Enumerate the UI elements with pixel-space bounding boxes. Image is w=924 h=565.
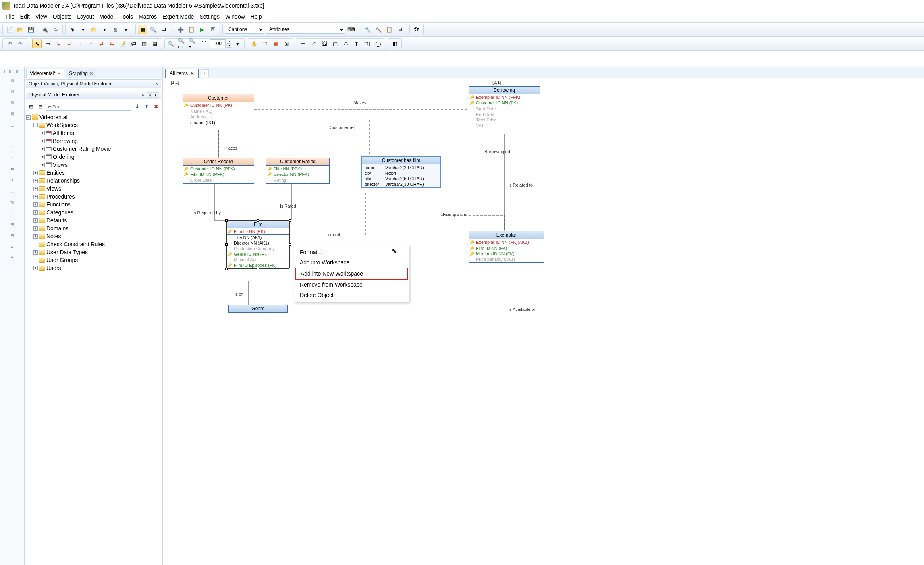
pan-tool[interactable]: ✋ — [249, 39, 259, 48]
menu-settings[interactable]: Settings — [199, 13, 220, 20]
export-button[interactable]: ⇱ — [208, 25, 218, 34]
note-tool[interactable]: 📝 — [118, 39, 127, 48]
layout-tool[interactable]: ⇲ — [282, 39, 291, 48]
redo-button[interactable]: ↷ — [15, 39, 25, 48]
shape-box-button[interactable]: ▢ — [330, 39, 340, 48]
menu-tools[interactable]: Tools — [120, 13, 133, 20]
dropdown-icon[interactable]: ▾ — [100, 25, 109, 34]
dropdown-icon[interactable]: ▾ — [121, 25, 131, 34]
remove-button[interactable]: 📋 — [187, 25, 196, 34]
menu-layout[interactable]: Layout — [77, 13, 94, 20]
shape-conn-button[interactable]: ⬀ — [309, 39, 318, 48]
connect-button[interactable]: 🔌 — [40, 25, 50, 34]
menubar: File Edit View Objects Layout Model Tool… — [0, 11, 924, 22]
open-button[interactable]: 📂 — [15, 25, 25, 34]
extra-tool-button[interactable]: ◧ — [390, 39, 399, 48]
menu-expert-mode[interactable]: Expert Mode — [162, 13, 194, 20]
save-button[interactable]: 💾 — [26, 25, 36, 34]
rel-tool-5[interactable]: ⇄ — [96, 39, 106, 48]
highlight-tool[interactable]: ▣ — [271, 39, 280, 48]
zoom-in-button[interactable]: 🔍+ — [188, 39, 198, 48]
select-area-tool[interactable]: ⬚ — [260, 39, 270, 48]
pointer-tool[interactable]: ⬉ — [32, 39, 42, 48]
menu-file[interactable]: File — [6, 13, 15, 20]
shape-circle-button[interactable]: ◯ — [373, 39, 383, 48]
swim-tool[interactable]: ▥ — [139, 39, 149, 48]
toolbar-row-1: 📄 📂 💾 🔌 🗂 ⊕ ▾ 📁 ▾ ⎘ ▾ ▦ 🔍 ⇉ ➕ 📋 ▶ ⇱ Capt… — [0, 22, 924, 37]
shape-img-button[interactable]: 🖼 — [320, 39, 329, 48]
rel-tool-2[interactable]: ↲ — [64, 39, 74, 48]
add-folder-button[interactable]: 📁 — [89, 25, 98, 34]
new-button[interactable]: 📄 — [5, 25, 14, 34]
captions-select[interactable]: Captions — [225, 25, 264, 34]
entity-tool[interactable]: ▭ — [43, 39, 52, 48]
zoom-up[interactable]: ▲ — [227, 40, 231, 44]
shape-text-button[interactable]: T — [352, 39, 361, 48]
rel-tool-3[interactable]: ⤷ — [75, 39, 85, 48]
shape-border-button[interactable]: ⬚T — [363, 39, 372, 48]
menu-help[interactable]: Help — [251, 13, 262, 20]
menu-model[interactable]: Model — [99, 13, 114, 20]
run-button[interactable]: ▶ — [197, 25, 207, 34]
tool-b-button[interactable]: 🔨 — [374, 25, 383, 34]
manager-button[interactable]: 🗂 — [51, 25, 60, 34]
zoom-down[interactable]: ▼ — [227, 44, 231, 48]
dropdown-icon[interactable]: ▾ — [78, 25, 88, 34]
dropdown-icon[interactable]: ▾ — [233, 39, 242, 48]
flow-button[interactable]: ⇉ — [159, 25, 169, 34]
stamp-tool[interactable]: 🏷 — [129, 39, 138, 48]
tool-d-button[interactable]: 🖥 — [395, 25, 405, 34]
shape-ellipse-button[interactable]: ⬭ — [341, 39, 351, 48]
toolbar-row-2: ↶ ↷ ⬉ ▭ ↳ ↲ ⤷ ⤶ ⇄ ⇆ 📝 🏷 ▥ ▤ 🔍- 🔍▭ 🔍+ ⛶ ▲… — [0, 37, 924, 51]
diagram-button[interactable]: 🗺 — [412, 25, 421, 34]
rel-tool-4[interactable]: ⤶ — [86, 39, 95, 48]
category-tool[interactable]: ▤ — [150, 39, 160, 48]
zoom-full-button[interactable]: ⛶ — [199, 39, 208, 48]
zoom-out-button[interactable]: 🔍- — [167, 39, 176, 48]
zoom-fit-button[interactable]: 🔍▭ — [177, 39, 187, 48]
menu-objects[interactable]: Objects — [53, 13, 71, 20]
window-title: Toad Data Modeler 5.4 [C:\Program Files … — [13, 2, 264, 9]
add-item-button[interactable]: ⊕ — [68, 25, 77, 34]
menu-macros[interactable]: Macros — [139, 13, 157, 20]
grid-button[interactable]: ▦ — [138, 25, 147, 34]
add-button[interactable]: ➕ — [176, 25, 185, 34]
attributes-select[interactable]: Attributes — [266, 25, 345, 34]
tool-a-button[interactable]: 🔧 — [363, 25, 372, 34]
menu-edit[interactable]: Edit — [20, 13, 30, 20]
tool-c-button[interactable]: 📋 — [384, 25, 394, 34]
app-icon — [2, 2, 10, 10]
titlebar: Toad Data Modeler 5.4 [C:\Program Files … — [0, 0, 924, 11]
keyboard-button[interactable]: ⌨ — [346, 25, 356, 34]
copy-button[interactable]: ⎘ — [110, 25, 120, 34]
rel-tool-6[interactable]: ⇆ — [107, 39, 117, 48]
rel-tool-1[interactable]: ↳ — [54, 39, 63, 48]
shape-rect-button[interactable]: ▭ — [298, 39, 308, 48]
menu-view[interactable]: View — [35, 13, 47, 20]
search-toolbar-button[interactable]: 🔍 — [149, 25, 158, 34]
undo-button[interactable]: ↶ — [5, 39, 14, 48]
menu-window[interactable]: Window — [225, 13, 245, 20]
zoom-value-input[interactable] — [210, 39, 226, 48]
